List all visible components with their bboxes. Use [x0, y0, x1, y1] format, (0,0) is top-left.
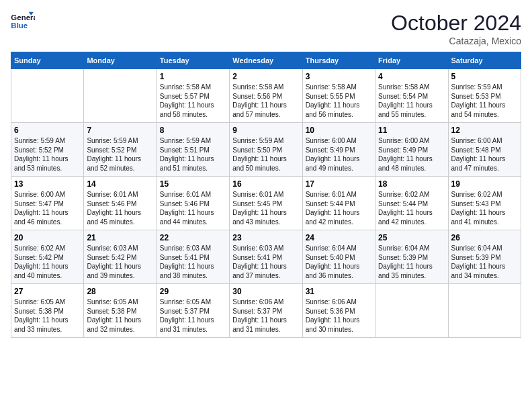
day-number: 7 — [87, 126, 153, 135]
day-info: Sunrise: 6:00 AM Sunset: 5:48 PM Dayligh… — [451, 136, 518, 173]
title-block: October 2024 Catazaja, Mexico — [391, 11, 521, 46]
calendar-cell: 14Sunrise: 6:01 AM Sunset: 5:46 PM Dayli… — [84, 177, 157, 230]
day-info: Sunrise: 5:59 AM Sunset: 5:52 PM Dayligh… — [14, 136, 81, 173]
day-number: 12 — [451, 126, 518, 135]
calendar-cell: 30Sunrise: 6:06 AM Sunset: 5:37 PM Dayli… — [230, 284, 302, 338]
day-info: Sunrise: 6:04 AM Sunset: 5:39 PM Dayligh… — [451, 244, 518, 280]
calendar-cell: 10Sunrise: 6:00 AM Sunset: 5:49 PM Dayli… — [302, 123, 375, 177]
calendar-cell — [84, 69, 157, 123]
page-header: General Blue October 2024 Catazaja, Mexi… — [11, 11, 521, 46]
logo-icon: General Blue — [11, 11, 35, 31]
day-info: Sunrise: 6:06 AM Sunset: 5:36 PM Dayligh… — [306, 298, 372, 334]
day-info: Sunrise: 5:58 AM Sunset: 5:56 PM Dayligh… — [232, 83, 299, 119]
calendar-cell: 6Sunrise: 5:59 AM Sunset: 5:52 PM Daylig… — [11, 123, 84, 177]
day-number: 30 — [232, 287, 299, 296]
day-info: Sunrise: 6:04 AM Sunset: 5:39 PM Dayligh… — [378, 244, 445, 280]
calendar-week-3: 13Sunrise: 6:00 AM Sunset: 5:47 PM Dayli… — [11, 177, 521, 230]
weekday-header-monday: Monday — [84, 52, 157, 69]
day-number: 29 — [160, 287, 226, 296]
day-info: Sunrise: 6:03 AM Sunset: 5:41 PM Dayligh… — [160, 244, 226, 280]
day-info: Sunrise: 5:58 AM Sunset: 5:55 PM Dayligh… — [306, 83, 372, 119]
day-number: 28 — [87, 287, 153, 296]
calendar-cell: 5Sunrise: 5:59 AM Sunset: 5:53 PM Daylig… — [448, 69, 521, 123]
calendar-cell: 28Sunrise: 6:05 AM Sunset: 5:38 PM Dayli… — [84, 284, 157, 338]
day-number: 5 — [451, 72, 518, 81]
day-number: 8 — [160, 126, 226, 135]
calendar-cell: 24Sunrise: 6:04 AM Sunset: 5:40 PM Dayli… — [302, 230, 375, 284]
day-info: Sunrise: 5:59 AM Sunset: 5:50 PM Dayligh… — [232, 136, 299, 173]
day-number: 17 — [306, 179, 372, 189]
calendar-cell: 16Sunrise: 6:01 AM Sunset: 5:45 PM Dayli… — [230, 177, 302, 230]
calendar-cell — [448, 284, 521, 338]
day-number: 11 — [378, 126, 445, 135]
day-info: Sunrise: 6:05 AM Sunset: 5:38 PM Dayligh… — [14, 298, 81, 334]
day-number: 18 — [378, 179, 445, 189]
calendar-cell: 18Sunrise: 6:02 AM Sunset: 5:44 PM Dayli… — [375, 177, 448, 230]
weekday-header-tuesday: Tuesday — [157, 52, 229, 69]
calendar-week-5: 27Sunrise: 6:05 AM Sunset: 5:38 PM Dayli… — [11, 284, 521, 338]
weekday-header-thursday: Thursday — [302, 52, 375, 69]
calendar-cell: 3Sunrise: 5:58 AM Sunset: 5:55 PM Daylig… — [302, 69, 375, 123]
calendar-cell — [11, 69, 84, 123]
day-info: Sunrise: 6:04 AM Sunset: 5:40 PM Dayligh… — [306, 244, 372, 280]
day-info: Sunrise: 6:05 AM Sunset: 5:37 PM Dayligh… — [160, 298, 226, 334]
weekday-header-friday: Friday — [375, 52, 448, 69]
calendar-cell: 13Sunrise: 6:00 AM Sunset: 5:47 PM Dayli… — [11, 177, 84, 230]
day-info: Sunrise: 6:00 AM Sunset: 5:47 PM Dayligh… — [14, 190, 81, 226]
calendar-cell: 20Sunrise: 6:02 AM Sunset: 5:42 PM Dayli… — [11, 230, 84, 284]
calendar-cell: 8Sunrise: 5:59 AM Sunset: 5:51 PM Daylig… — [157, 123, 229, 177]
day-number: 21 — [87, 233, 153, 242]
calendar-cell: 9Sunrise: 5:59 AM Sunset: 5:50 PM Daylig… — [230, 123, 302, 177]
calendar-cell: 2Sunrise: 5:58 AM Sunset: 5:56 PM Daylig… — [230, 69, 302, 123]
day-number: 16 — [232, 179, 299, 189]
day-number: 23 — [232, 233, 299, 242]
day-number: 4 — [378, 72, 445, 81]
day-info: Sunrise: 5:59 AM Sunset: 5:51 PM Dayligh… — [160, 136, 226, 173]
calendar-cell: 26Sunrise: 6:04 AM Sunset: 5:39 PM Dayli… — [448, 230, 521, 284]
day-number: 14 — [87, 179, 153, 189]
day-number: 15 — [160, 179, 226, 189]
calendar-cell: 19Sunrise: 6:02 AM Sunset: 5:43 PM Dayli… — [448, 177, 521, 230]
day-info: Sunrise: 6:01 AM Sunset: 5:46 PM Dayligh… — [87, 190, 153, 226]
day-number: 3 — [306, 72, 372, 81]
calendar-week-4: 20Sunrise: 6:02 AM Sunset: 5:42 PM Dayli… — [11, 230, 521, 284]
calendar-cell: 22Sunrise: 6:03 AM Sunset: 5:41 PM Dayli… — [157, 230, 229, 284]
day-number: 2 — [232, 72, 299, 81]
calendar-cell: 12Sunrise: 6:00 AM Sunset: 5:48 PM Dayli… — [448, 123, 521, 177]
day-number: 1 — [160, 72, 226, 81]
calendar-cell: 21Sunrise: 6:03 AM Sunset: 5:42 PM Dayli… — [84, 230, 157, 284]
day-number: 25 — [378, 233, 445, 242]
day-info: Sunrise: 6:03 AM Sunset: 5:41 PM Dayligh… — [232, 244, 299, 280]
location: Catazaja, Mexico — [391, 36, 521, 46]
day-info: Sunrise: 6:00 AM Sunset: 5:49 PM Dayligh… — [306, 136, 372, 173]
day-number: 19 — [451, 179, 518, 189]
calendar-cell: 7Sunrise: 5:59 AM Sunset: 5:52 PM Daylig… — [84, 123, 157, 177]
day-info: Sunrise: 5:59 AM Sunset: 5:53 PM Dayligh… — [451, 83, 518, 119]
calendar-table: SundayMondayTuesdayWednesdayThursdayFrid… — [11, 52, 521, 338]
day-number: 22 — [160, 233, 226, 242]
calendar-cell: 31Sunrise: 6:06 AM Sunset: 5:36 PM Dayli… — [302, 284, 375, 338]
day-number: 20 — [14, 233, 81, 242]
day-info: Sunrise: 5:58 AM Sunset: 5:54 PM Dayligh… — [378, 83, 445, 119]
calendar-cell: 1Sunrise: 5:58 AM Sunset: 5:57 PM Daylig… — [157, 69, 229, 123]
day-info: Sunrise: 6:00 AM Sunset: 5:49 PM Dayligh… — [378, 136, 445, 173]
day-info: Sunrise: 5:59 AM Sunset: 5:52 PM Dayligh… — [87, 136, 153, 173]
calendar-week-1: 1Sunrise: 5:58 AM Sunset: 5:57 PM Daylig… — [11, 69, 521, 123]
calendar-cell: 11Sunrise: 6:00 AM Sunset: 5:49 PM Dayli… — [375, 123, 448, 177]
svg-text:Blue: Blue — [11, 21, 28, 30]
calendar-cell: 23Sunrise: 6:03 AM Sunset: 5:41 PM Dayli… — [230, 230, 302, 284]
calendar-cell: 27Sunrise: 6:05 AM Sunset: 5:38 PM Dayli… — [11, 284, 84, 338]
day-info: Sunrise: 6:05 AM Sunset: 5:38 PM Dayligh… — [87, 298, 153, 334]
day-number: 6 — [14, 126, 81, 135]
day-info: Sunrise: 6:01 AM Sunset: 5:45 PM Dayligh… — [232, 190, 299, 226]
month-title: October 2024 — [391, 11, 521, 36]
calendar-week-2: 6Sunrise: 5:59 AM Sunset: 5:52 PM Daylig… — [11, 123, 521, 177]
day-number: 24 — [306, 233, 372, 242]
logo: General Blue — [11, 11, 35, 31]
weekday-header-saturday: Saturday — [448, 52, 521, 69]
day-number: 10 — [306, 126, 372, 135]
day-info: Sunrise: 6:01 AM Sunset: 5:46 PM Dayligh… — [160, 190, 226, 226]
calendar-cell: 29Sunrise: 6:05 AM Sunset: 5:37 PM Dayli… — [157, 284, 229, 338]
day-info: Sunrise: 6:06 AM Sunset: 5:37 PM Dayligh… — [232, 298, 299, 334]
calendar-cell: 25Sunrise: 6:04 AM Sunset: 5:39 PM Dayli… — [375, 230, 448, 284]
